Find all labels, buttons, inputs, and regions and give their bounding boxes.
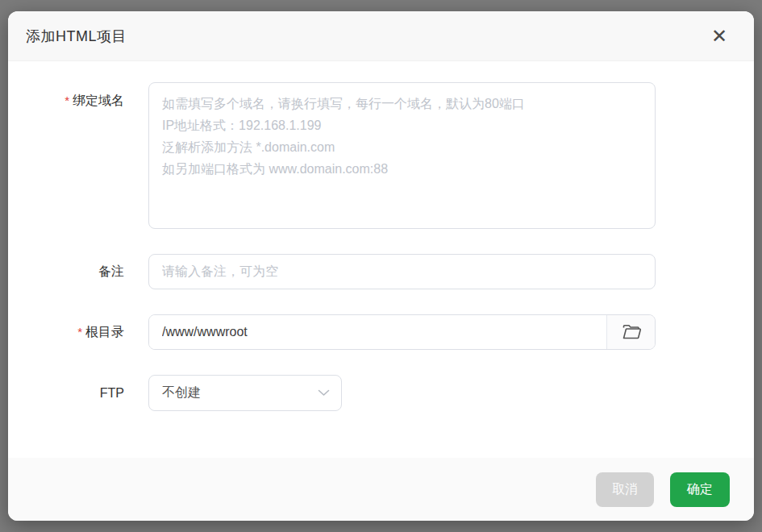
add-html-project-dialog: 添加HTML项目 ✕ *绑定域名 备注 *根目录	[8, 11, 754, 521]
folder-icon	[622, 324, 641, 340]
required-mark: *	[65, 94, 69, 107]
cancel-button[interactable]: 取消	[596, 472, 654, 507]
dialog-footer: 取消 确定	[8, 458, 754, 521]
close-icon[interactable]: ✕	[709, 26, 730, 47]
root-dir-label-text: 根目录	[85, 325, 124, 339]
ftp-select[interactable]: 不创建	[148, 375, 342, 411]
form-row-ftp: FTP 不创建	[8, 375, 754, 411]
chevron-down-icon	[318, 389, 330, 397]
root-dir-label: *根目录	[8, 324, 124, 341]
remark-label: 备注	[8, 264, 124, 281]
browse-directory-button[interactable]	[606, 315, 655, 349]
root-dir-input[interactable]	[149, 315, 606, 349]
modal-overlay: { "dialog": { "title": "添加HTML项目", "clos…	[0, 0, 762, 532]
ftp-selected-value: 不创建	[162, 384, 201, 401]
dialog-body: *绑定域名 备注 *根目录 FT	[8, 61, 754, 458]
domain-textarea[interactable]	[148, 82, 656, 229]
confirm-button[interactable]: 确定	[670, 472, 730, 507]
dialog-title: 添加HTML项目	[26, 27, 127, 46]
ftp-label: FTP	[8, 386, 124, 401]
dialog-header: 添加HTML项目 ✕	[8, 11, 754, 61]
remark-input[interactable]	[148, 254, 656, 289]
root-dir-input-group	[148, 314, 656, 350]
form-row-domain: *绑定域名	[8, 82, 754, 229]
required-mark: *	[77, 325, 82, 339]
form-row-remark: 备注	[8, 254, 754, 289]
domain-label: *绑定域名	[8, 82, 124, 110]
form-row-root-dir: *根目录	[8, 314, 754, 350]
domain-label-text: 绑定域名	[73, 94, 124, 107]
